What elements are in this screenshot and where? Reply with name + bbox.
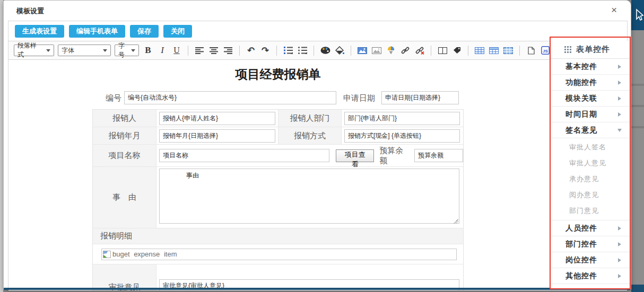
apply-date-label: 申请日期: [343, 93, 375, 103]
detail-section-header: 报销明细: [93, 228, 463, 244]
toolbar-separator: [314, 46, 314, 56]
fill-color-icon[interactable]: [334, 45, 345, 56]
form-title: 项目经费报销单: [92, 66, 464, 83]
background-navy-block: [631, 0, 644, 30]
align-center-icon[interactable]: [208, 45, 219, 56]
background-navy-footer: [631, 285, 644, 292]
claimant-label: 报销人: [93, 110, 156, 127]
bottom-navy-bar: [4, 288, 631, 290]
bold-button[interactable]: B: [143, 45, 153, 56]
unordered-list-icon[interactable]: [297, 45, 308, 56]
claim-method-input[interactable]: [344, 129, 460, 143]
form-controls-panel: 表单控件 基本控件 功能控件 模块关联 时间日期 签名意见: [551, 41, 630, 289]
group-position-controls[interactable]: 岗位控件: [551, 252, 630, 268]
chevron-down-icon: [103, 49, 107, 54]
reason-textarea[interactable]: 事由: [159, 169, 459, 224]
tag-icon[interactable]: [451, 45, 462, 56]
table-header-icon[interactable]: [489, 45, 499, 56]
claimant-dept-label: 报销人部门: [278, 110, 342, 127]
table-row: buget expense item: [93, 244, 463, 264]
apply-date-input[interactable]: [381, 91, 459, 104]
italic-button[interactable]: I: [157, 45, 168, 56]
panel-header: 表单控件: [551, 41, 630, 59]
edit-mobile-form-button[interactable]: 编辑手机表单: [69, 25, 125, 38]
paragraph-style-select[interactable]: 段落样式: [14, 45, 54, 56]
toolbar-separator: [468, 46, 468, 56]
underline-button[interactable]: U: [171, 45, 182, 56]
table-grid-icon[interactable]: [503, 45, 514, 56]
serial-input[interactable]: [124, 91, 336, 104]
align-left-icon[interactable]: [194, 45, 205, 56]
resize-handle-icon[interactable]: [454, 219, 458, 224]
font-color-icon[interactable]: [320, 45, 330, 56]
group-person-controls[interactable]: 人员控件: [551, 220, 630, 236]
background-row-line: [631, 84, 644, 86]
group-function-controls[interactable]: 功能控件: [551, 75, 630, 91]
grid-handle-icon: [564, 46, 571, 53]
group-basic-controls[interactable]: 基本控件: [551, 59, 630, 75]
item-approver-opinion[interactable]: 审批人意见: [551, 155, 630, 171]
form-table: 报销人 报销人部门 报销年月: [92, 109, 464, 290]
chevron-down-icon: [46, 49, 50, 54]
group-datetime[interactable]: 时间日期: [551, 107, 630, 122]
table-row: 报销年月 报销方式: [93, 127, 463, 145]
item-reviewer-opinion[interactable]: 阅办意见: [551, 187, 630, 203]
page-backdrop-right: [631, 0, 644, 292]
image-icon[interactable]: [357, 45, 368, 56]
claim-month-input[interactable]: [159, 129, 275, 143]
columns-icon[interactable]: [437, 45, 448, 56]
ordered-list-icon[interactable]: [283, 45, 293, 56]
item-department-opinion[interactable]: 部门意见: [551, 203, 630, 219]
insert-table-icon[interactable]: [474, 45, 485, 56]
claimant-dept-input[interactable]: [344, 112, 460, 125]
item-handler-opinion[interactable]: 承办意见: [551, 171, 630, 187]
claimant-input[interactable]: [159, 112, 275, 125]
font-size-select[interactable]: 字号: [115, 45, 139, 56]
group-other-controls[interactable]: 其他控件: [551, 268, 630, 284]
undo-icon[interactable]: ↶: [246, 45, 256, 56]
toolbar-separator: [276, 46, 277, 56]
table-row: 事 由 事由: [93, 167, 463, 228]
caret-right-icon: [618, 242, 623, 246]
caret-right-icon: [618, 258, 623, 262]
unlink-icon[interactable]: [414, 45, 425, 56]
caret-right-icon: [618, 96, 623, 101]
item-approver-signature[interactable]: 审批人签名: [551, 139, 630, 155]
group-module-relation[interactable]: 模块关联: [551, 91, 630, 107]
toolbar-separator: [431, 46, 431, 56]
link-icon[interactable]: [400, 45, 411, 56]
font-family-select[interactable]: 字体: [58, 45, 111, 56]
generate-table-settings-button[interactable]: 生成表设置: [15, 25, 64, 38]
page-icon[interactable]: [526, 45, 536, 56]
toolbar-separator: [519, 46, 520, 56]
broken-image-icon: [103, 251, 111, 258]
group-signature-opinion[interactable]: 签名意见: [551, 122, 630, 138]
caret-right-icon: [618, 274, 623, 278]
caret-down-icon: [617, 129, 622, 134]
align-right-icon[interactable]: [223, 45, 233, 56]
js-code-icon[interactable]: JS: [540, 45, 551, 56]
approval-label: 审批意见: [93, 264, 156, 290]
save-button[interactable]: 保存: [130, 25, 159, 38]
screen: 模板设置 × 生成表设置 编辑手机表单 保存 关闭 段落样式 字体 字号: [0, 0, 644, 292]
close-button[interactable]: 关闭: [163, 25, 192, 38]
project-view-button[interactable]: 项目查看: [336, 149, 374, 162]
caret-right-icon: [618, 81, 623, 85]
chevron-down-icon: [131, 49, 135, 54]
panel-header-label: 表单控件: [576, 45, 610, 55]
reason-label: 事 由: [93, 167, 156, 228]
table-row: 项目名称 项目查看 预算余额: [93, 145, 463, 167]
toolbar-separator: [351, 46, 351, 56]
project-name-input[interactable]: [159, 149, 329, 162]
form-editor-canvas[interactable]: 项目经费报销单 编号 申请日期 报销人 报销人部门: [8, 60, 627, 290]
detail-placeholder-text: buget expense item: [112, 250, 177, 258]
budget-balance-input[interactable]: [414, 149, 463, 162]
snapshot-image-icon[interactable]: [371, 45, 382, 56]
redo-icon[interactable]: ↷: [260, 45, 271, 56]
editor-toolbar: 段落样式 字体 字号 B I U: [8, 41, 627, 60]
detail-placeholder[interactable]: buget expense item: [101, 249, 457, 260]
group-department-controls[interactable]: 部门控件: [551, 236, 630, 252]
hotspot-marker-icon[interactable]: [386, 45, 396, 56]
close-icon[interactable]: ×: [611, 4, 617, 16]
background-cursor-icon: [633, 8, 644, 23]
